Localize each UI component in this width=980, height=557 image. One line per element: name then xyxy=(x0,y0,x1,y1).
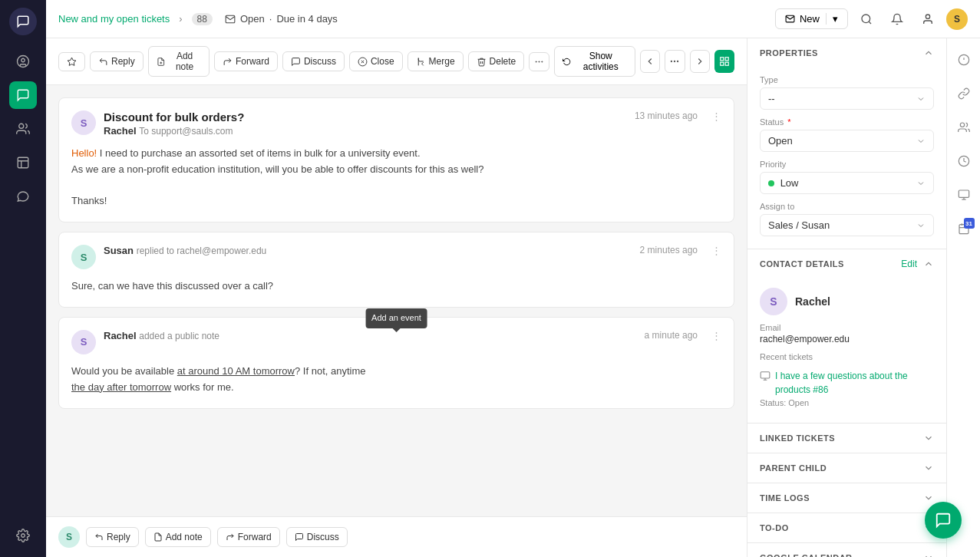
reply-button[interactable]: Reply xyxy=(90,51,144,71)
contact-details-header[interactable]: CONTACT DETAILS Edit xyxy=(747,249,946,278)
time-logs-section[interactable]: TIME LOGS xyxy=(747,483,946,513)
delete-icon xyxy=(477,57,487,67)
message-menu-button[interactable]: ⋮ xyxy=(711,245,721,256)
user-avatar[interactable]: S xyxy=(946,8,968,30)
delete-button[interactable]: Delete xyxy=(468,51,525,71)
sender-avatar: S xyxy=(71,110,96,135)
info-icon-button[interactable] xyxy=(952,48,976,72)
edit-contact-link[interactable]: Edit xyxy=(901,259,917,269)
message-menu-button[interactable]: ⋮ xyxy=(711,110,721,122)
msg-sender: Susan xyxy=(104,245,134,256)
message-card: S Rachel added a public note a minute ag… xyxy=(58,317,734,409)
chevron-down-icon xyxy=(916,137,926,146)
parent-child-section[interactable]: PARENT CHILD xyxy=(747,453,946,483)
reply-bar-forward-button[interactable]: Forward xyxy=(217,527,280,547)
user-group-icon xyxy=(958,121,970,133)
msg-sender: Rachel xyxy=(104,125,137,137)
reply-icon-small xyxy=(94,532,104,542)
linked-tickets-section[interactable]: LINKED TICKETS xyxy=(747,424,946,453)
reply-bar-add-note-button[interactable]: Add note xyxy=(145,527,211,547)
message-card: S Susan replied to rachel@empower.edu 2 … xyxy=(58,232,734,308)
more-button[interactable] xyxy=(529,52,549,71)
msg-time: a minute ago xyxy=(645,330,698,341)
calendar-icon-button[interactable]: 31 xyxy=(952,216,976,241)
calendar-badge: 31 xyxy=(964,218,975,229)
link-icon-button[interactable] xyxy=(952,81,976,106)
star-button[interactable] xyxy=(58,52,85,71)
search-icon xyxy=(860,13,873,25)
recent-ticket-link[interactable]: I have a few questions about the product… xyxy=(775,369,934,397)
new-button[interactable]: New ▾ xyxy=(775,8,848,29)
priority-select[interactable]: Low xyxy=(760,172,934,194)
email-label: Email xyxy=(760,323,934,332)
google-calendar-section[interactable]: GOOGLE CALENDAR xyxy=(747,543,946,557)
discuss-button[interactable]: Discuss xyxy=(282,51,345,71)
sidebar-item-inbox[interactable] xyxy=(9,81,37,109)
new-button-dropdown[interactable]: ▾ xyxy=(826,13,838,25)
svg-rect-32 xyxy=(959,190,968,197)
reply-bar-discuss-button[interactable]: Discuss xyxy=(286,527,348,547)
assign-to-select[interactable]: Sales / Susan xyxy=(760,214,934,236)
sidebar-item-conversations[interactable] xyxy=(9,183,37,210)
grid-view-button[interactable] xyxy=(714,50,734,73)
add-note-button[interactable]: Add note xyxy=(148,46,210,77)
contact-name: Rachel xyxy=(795,295,830,308)
user-profile-button[interactable] xyxy=(916,7,940,31)
monitor-icon-button[interactable] xyxy=(952,183,976,207)
chevron-down-icon xyxy=(923,463,934,473)
msg-sender-detail: replied to rachel@empower.edu xyxy=(137,246,267,256)
sidebar-item-contacts[interactable] xyxy=(9,115,37,143)
discuss-icon-small xyxy=(295,532,304,542)
message-menu-button[interactable]: ⋮ xyxy=(711,330,721,341)
svg-point-18 xyxy=(678,61,678,61)
add-note-label: Add note xyxy=(168,51,201,72)
properties-header[interactable]: PROPERTIES xyxy=(747,38,946,68)
forward-button[interactable]: Forward xyxy=(214,51,278,71)
svg-point-1 xyxy=(21,58,25,62)
notifications-button[interactable] xyxy=(885,7,909,31)
svg-marker-8 xyxy=(68,58,76,65)
type-select[interactable]: -- xyxy=(760,87,934,110)
contact-row: S Rachel xyxy=(760,288,934,315)
merge-button[interactable]: Merge xyxy=(408,51,464,71)
prev-nav-button[interactable] xyxy=(640,50,660,73)
msg-sender: Rachel xyxy=(104,330,137,341)
user-group-icon-button[interactable] xyxy=(952,115,976,140)
more-nav-button[interactable] xyxy=(665,50,685,73)
conversation-toolbar: Reply Add note Forward Discuss Close xyxy=(46,38,747,85)
sidebar-item-home[interactable] xyxy=(9,48,37,75)
info-icon xyxy=(958,54,970,66)
reply-label: Reply xyxy=(111,56,135,67)
conversation-pane: Reply Add note Forward Discuss Close xyxy=(46,38,747,557)
status-indicator: Open · Due in 4 days xyxy=(225,13,338,25)
close-button[interactable]: Close xyxy=(349,51,403,71)
breadcrumb[interactable]: New and my open tickets xyxy=(58,13,170,25)
next-nav-button[interactable] xyxy=(690,50,710,73)
ticket-icon xyxy=(760,371,770,381)
message-card: S Discount for bulk orders? Rachel To su… xyxy=(58,97,734,222)
search-button[interactable] xyxy=(854,7,879,31)
reply-bar-reply-button[interactable]: Reply xyxy=(86,527,139,547)
sidebar-logo[interactable] xyxy=(9,8,37,35)
chat-fab-button[interactable] xyxy=(925,502,962,539)
chevron-down-icon xyxy=(923,493,934,503)
todo-section[interactable]: TO-DO xyxy=(747,513,946,543)
status-select[interactable]: Open xyxy=(760,130,934,152)
type-value: -- xyxy=(768,93,775,104)
time-logs-title: TIME LOGS xyxy=(760,493,923,503)
reply-icon xyxy=(98,57,108,67)
add-note-icon xyxy=(157,57,166,67)
svg-point-19 xyxy=(671,61,672,61)
show-activities-button[interactable]: Show activities xyxy=(554,46,635,77)
mail-icon-small xyxy=(785,14,795,24)
sidebar-item-reports[interactable] xyxy=(9,149,37,176)
breadcrumb-chevron: › xyxy=(179,13,182,25)
chevron-down-icon xyxy=(923,433,934,443)
clock-icon-button[interactable] xyxy=(952,149,976,173)
sidebar-item-settings[interactable] xyxy=(9,522,37,549)
highlight-text: Hello! xyxy=(71,147,97,159)
mail-icon xyxy=(225,14,236,25)
svg-point-5 xyxy=(862,15,870,23)
msg-time: 13 minutes ago xyxy=(635,110,698,121)
ticket-count: 88 xyxy=(192,13,213,25)
